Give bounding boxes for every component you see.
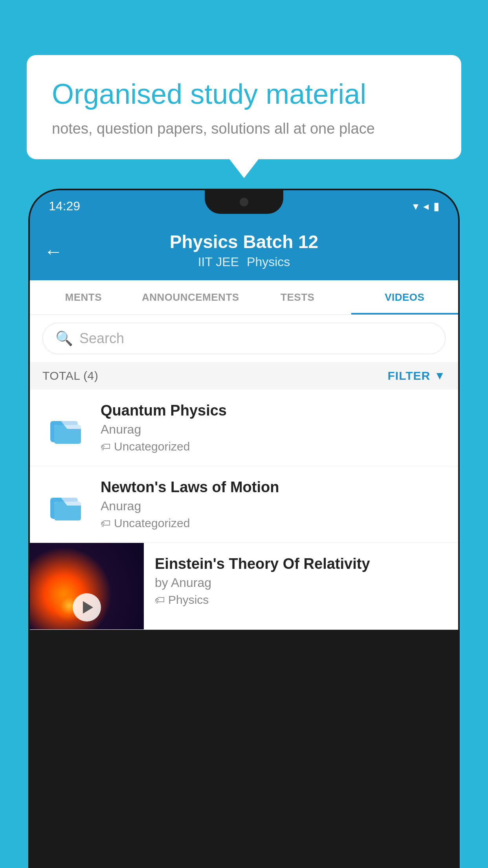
bubble-subtitle: notes, question papers, solutions all at… [52, 120, 436, 137]
video-author: Anurag [101, 422, 446, 437]
play-icon [83, 601, 93, 614]
tag-icon: 🏷 [101, 441, 111, 453]
video-thumbnail [30, 543, 144, 629]
tag-icon: 🏷 [155, 594, 165, 606]
filter-bar: TOTAL (4) FILTER ▼ [30, 362, 458, 390]
search-placeholder: Search [79, 330, 124, 347]
filter-icon: ▼ [434, 370, 446, 382]
video-info: Newton's Laws of Motion Anurag 🏷 Uncateg… [101, 479, 446, 530]
play-button[interactable] [73, 593, 101, 622]
battery-icon: ▮ [433, 200, 439, 213]
tag-label: Physics [168, 593, 209, 607]
video-thumb-area [42, 487, 90, 522]
wifi-icon: ▾ [413, 200, 418, 213]
notch [205, 190, 283, 214]
screen-content: 🔍 Search TOTAL (4) FILTER ▼ [30, 315, 458, 630]
video-tag: 🏷 Uncategorized [101, 440, 446, 453]
tabs-bar: MENTS ANNOUNCEMENTS TESTS VIDEOS [30, 280, 458, 315]
tag-label: Uncategorized [114, 517, 190, 530]
total-count: TOTAL (4) [42, 369, 98, 383]
status-icons: ▾ ◂ ▮ [413, 200, 439, 213]
video-tag: 🏷 Physics [155, 593, 447, 607]
folder-icon [48, 487, 84, 522]
video-info: Einstein's Theory Of Relativity by Anura… [144, 543, 458, 619]
header-title: Physics Batch 12 [46, 231, 442, 252]
tab-announcements[interactable]: ANNOUNCEMENTS [137, 280, 244, 314]
status-bar: 14:29 ▾ ◂ ▮ [30, 190, 458, 222]
list-item[interactable]: Quantum Physics Anurag 🏷 Uncategorized [30, 390, 458, 466]
list-item[interactable]: Einstein's Theory Of Relativity by Anura… [30, 543, 458, 630]
video-title: Quantum Physics [101, 402, 446, 419]
header-tag-physics: Physics [247, 255, 290, 269]
tab-tests[interactable]: TESTS [244, 280, 351, 314]
header-subtitle: IIT JEE Physics [46, 255, 442, 269]
app-header: ← Physics Batch 12 IIT JEE Physics [30, 222, 458, 280]
bubble-title: Organised study material [52, 77, 436, 111]
tab-videos[interactable]: VIDEOS [351, 280, 459, 314]
video-title: Einstein's Theory Of Relativity [155, 555, 447, 572]
filter-button[interactable]: FILTER ▼ [388, 369, 446, 383]
video-info: Quantum Physics Anurag 🏷 Uncategorized [101, 402, 446, 453]
video-author: by Anurag [155, 576, 447, 590]
video-tag: 🏷 Uncategorized [101, 517, 446, 530]
video-title: Newton's Laws of Motion [101, 479, 446, 496]
header-tag-iitjee: IIT JEE [198, 255, 239, 269]
tag-icon: 🏷 [101, 517, 111, 530]
video-list: Quantum Physics Anurag 🏷 Uncategorized [30, 390, 458, 630]
speech-bubble: Organised study material notes, question… [27, 55, 461, 159]
list-item[interactable]: Newton's Laws of Motion Anurag 🏷 Uncateg… [30, 466, 458, 543]
video-author: Anurag [101, 499, 446, 513]
speech-bubble-container: Organised study material notes, question… [27, 55, 461, 159]
camera-dot [240, 198, 248, 206]
back-button[interactable]: ← [44, 240, 63, 262]
filter-label: FILTER [388, 369, 431, 383]
tag-label: Uncategorized [114, 440, 190, 453]
folder-icon [48, 410, 84, 445]
phone-inner: 14:29 ▾ ◂ ▮ ← Physics Batch 12 IIT JEE P… [30, 190, 458, 866]
search-bar[interactable]: 🔍 Search [42, 323, 446, 354]
video-thumb-area [42, 410, 90, 445]
search-icon: 🔍 [55, 330, 73, 347]
status-time: 14:29 [49, 199, 80, 213]
tab-ments[interactable]: MENTS [30, 280, 137, 314]
phone-frame: 14:29 ▾ ◂ ▮ ← Physics Batch 12 IIT JEE P… [28, 189, 460, 868]
search-area: 🔍 Search [30, 315, 458, 362]
signal-icon: ◂ [423, 200, 429, 213]
